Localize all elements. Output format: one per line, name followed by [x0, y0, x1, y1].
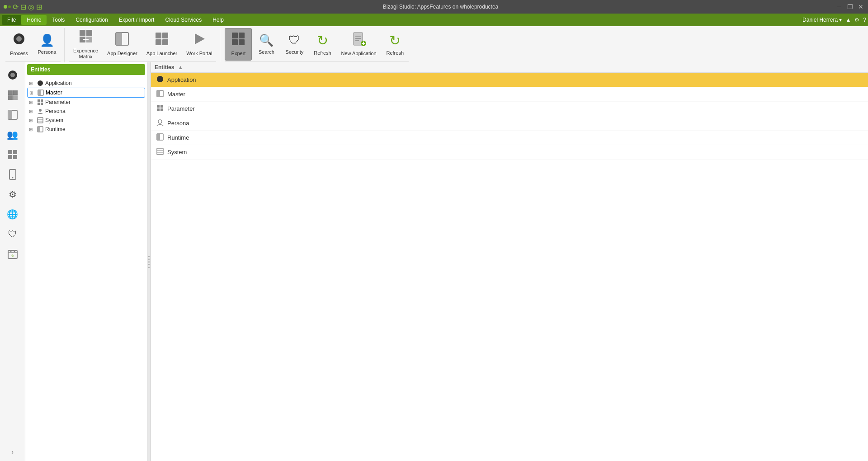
sidebar-icon-globe[interactable]: 🌐	[4, 205, 22, 223]
ribbon-btn-security[interactable]: 🛡 Security	[281, 28, 308, 61]
ribbon-btn-app-designer[interactable]: App Designer	[103, 28, 142, 61]
user-name[interactable]: Daniel Herrera ▾	[802, 17, 842, 23]
expand-parameter[interactable]: ⊞	[29, 100, 35, 105]
ribbon-btn-expert[interactable]: Expert	[225, 28, 252, 61]
sidebar-icon-shield[interactable]: 🛡	[4, 225, 22, 243]
restore-button[interactable]: ❐	[846, 3, 854, 10]
menu-tools[interactable]: Tools	[47, 15, 70, 25]
content-item-persona[interactable]: Persona	[151, 116, 868, 131]
master-content-label: Master	[167, 91, 185, 98]
panel-divider[interactable]	[147, 62, 151, 461]
svg-rect-35	[13, 150, 17, 154]
svg-point-58	[157, 76, 163, 82]
sidebar-icon-calendar[interactable]: ⊙	[4, 245, 22, 263]
expand-system[interactable]: ⊞	[29, 118, 35, 123]
tree-item-parameter[interactable]: ⊞ Parameter	[27, 98, 145, 107]
menu-home[interactable]: Home	[21, 15, 47, 25]
svg-rect-13	[162, 39, 168, 45]
tree-item-application[interactable]: ⊞ Application	[27, 79, 145, 88]
expert-icon	[231, 32, 245, 49]
svg-rect-16	[239, 33, 245, 38]
ribbon-btn-new-application[interactable]: New Application	[337, 28, 380, 61]
process-label: Process	[10, 51, 28, 56]
tree-item-master[interactable]: ⊞	[27, 88, 145, 98]
app-designer-label: App Designer	[107, 51, 137, 56]
expand-persona[interactable]: ⊞	[29, 109, 35, 114]
content-item-system[interactable]: System	[151, 145, 868, 160]
svg-rect-9	[116, 33, 122, 45]
app-designer-icon	[115, 32, 129, 49]
sidebar-icon-process[interactable]	[4, 66, 22, 84]
close-button[interactable]: ✕	[857, 3, 864, 10]
divider-dot5	[148, 267, 150, 268]
content-item-application[interactable]: Application	[151, 73, 868, 87]
header-scroll-up[interactable]: ▲	[178, 64, 183, 71]
ribbon-btn-search[interactable]: 🔍 Search	[253, 28, 280, 61]
parameter-icon	[37, 99, 43, 105]
content-list: Application Master	[151, 73, 868, 461]
runtime-content-label: Runtime	[167, 134, 189, 141]
svg-rect-37	[13, 155, 17, 159]
toolbar-icon1[interactable]: ⟳	[13, 3, 19, 11]
sidebar-icon-apps[interactable]	[4, 146, 22, 164]
ribbon-btn-persona[interactable]: 👤 Persona	[33, 28, 61, 61]
experience-matrix-label: ExperienceMatrix	[73, 48, 98, 60]
search-label: Search	[259, 49, 274, 55]
svg-rect-47	[38, 90, 41, 95]
new-application-icon	[352, 32, 366, 49]
menu-cloud-services[interactable]: Cloud Services	[160, 15, 207, 25]
tree-item-runtime[interactable]: ⊞ Runtime	[27, 125, 145, 134]
ribbon-btn-refresh2[interactable]: ↻ Refresh	[382, 28, 409, 61]
svg-rect-49	[41, 99, 43, 102]
runtime-content-icon	[156, 133, 164, 142]
ribbon-btn-experience-matrix[interactable]: ExperienceMatrix	[69, 28, 102, 61]
svg-rect-57	[38, 127, 40, 132]
sidebar-expand-button[interactable]: ›	[4, 447, 22, 457]
svg-rect-50	[38, 103, 40, 105]
sidebar-icon-device[interactable]	[4, 165, 22, 183]
help-icon[interactable]: ?	[863, 17, 866, 23]
toolbar-icon2[interactable]: ⊟	[20, 3, 26, 11]
svg-rect-15	[232, 33, 238, 38]
menu-configuration[interactable]: Configuration	[70, 15, 113, 25]
persona-content-icon	[156, 119, 164, 127]
tree-item-persona[interactable]: ⊞ Persona	[27, 107, 145, 116]
svg-point-43	[14, 251, 15, 252]
svg-rect-3	[86, 30, 92, 36]
ribbon-btn-app-launcher[interactable]: App Launcher	[142, 28, 182, 61]
refresh2-icon: ↻	[389, 33, 401, 48]
collapse-arrow[interactable]: ▲	[845, 17, 851, 23]
sidebar-icon-ui[interactable]	[4, 106, 22, 124]
toolbar-icon3[interactable]: ◎	[28, 3, 34, 11]
window-title: Bizagi Studio: AppsFeatures on wholeprod…	[46, 4, 835, 10]
content-item-master[interactable]: Master	[151, 87, 868, 102]
security-icon: 🛡	[288, 33, 300, 47]
ribbon-btn-process[interactable]: Process	[5, 28, 33, 61]
sidebar-icon-user[interactable]: 👥	[4, 126, 22, 144]
toolbar-icon4[interactable]: ⊞	[36, 3, 42, 11]
menu-help[interactable]: Help	[207, 15, 229, 25]
minimize-button[interactable]: ─	[835, 3, 843, 10]
svg-rect-30	[8, 95, 13, 100]
expand-runtime[interactable]: ⊞	[29, 127, 35, 132]
divider-dot3	[148, 261, 150, 263]
menu-file[interactable]: File	[2, 15, 21, 25]
sidebar-icon-screen[interactable]	[4, 86, 22, 104]
svg-rect-17	[232, 39, 238, 45]
ribbon-btn-work-portal[interactable]: Work Portal	[182, 28, 216, 61]
svg-rect-34	[8, 150, 12, 154]
menu-export-import[interactable]: Export / Import	[113, 15, 160, 25]
main-area: Entities ⊞ Application ⊞ ⊞	[25, 62, 868, 461]
svg-text:⊙: ⊙	[11, 254, 14, 257]
content-item-runtime[interactable]: Runtime	[151, 131, 868, 145]
content-item-parameter[interactable]: Parameter	[151, 102, 868, 116]
svg-rect-62	[160, 105, 163, 108]
content-header: Entities ▲	[151, 62, 868, 73]
tree-item-system[interactable]: ⊞ System	[27, 116, 145, 125]
master-input[interactable]	[46, 89, 91, 96]
expand-master[interactable]: ⊞	[29, 90, 36, 95]
ribbon-btn-refresh1[interactable]: ↻ Refresh	[309, 28, 336, 61]
settings-icon[interactable]: ⚙	[854, 17, 859, 23]
sidebar-icon-settings[interactable]: ⚙	[4, 185, 22, 203]
expand-application[interactable]: ⊞	[29, 81, 35, 86]
